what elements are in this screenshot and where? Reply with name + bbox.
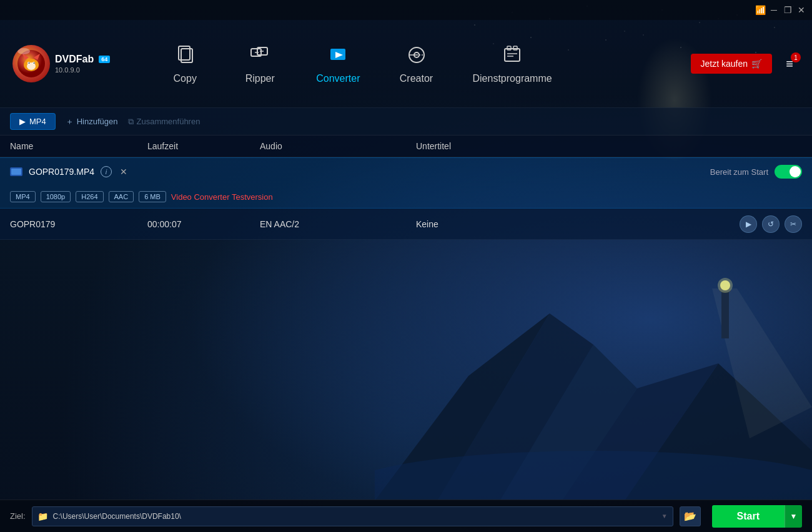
play-button[interactable]: ▶ <box>740 215 757 233</box>
start-label: Start <box>737 511 760 521</box>
track-name: GOPR0179 <box>10 219 147 229</box>
col-header-name: Name <box>10 141 147 151</box>
tag-1080p: 1080p <box>41 191 71 202</box>
col-header-audio: Audio <box>260 141 416 151</box>
file-header-right: Bereit zum Start <box>710 165 802 179</box>
nav-label-converter: Converter <box>316 73 360 84</box>
nav-label-copy: Copy <box>174 73 197 84</box>
header-right: Jetzt kaufen 🛒 ≡ 1 <box>691 54 800 74</box>
enable-toggle[interactable] <box>775 165 802 179</box>
merge-label: Zusammenführen <box>137 117 201 126</box>
nav-item-converter[interactable]: Converter <box>297 37 379 91</box>
browse-folder-icon: 📂 <box>684 510 696 522</box>
header: DVDFab 64 10.0.9.0 Copy <box>0 20 812 107</box>
nav-label-dienstprogramme: Dienstprogramme <box>473 73 552 84</box>
app-badge: 64 <box>99 56 110 63</box>
add-label: Hinzufügen <box>77 117 118 126</box>
track-audio: EN AAC/2 <box>260 219 416 229</box>
plus-icon: ＋ <box>66 116 74 127</box>
loop-button[interactable]: ↺ <box>762 215 780 233</box>
main-nav: Copy Ripper Converter <box>147 37 690 91</box>
notification-badge: 1 <box>791 52 801 62</box>
col-header-duration: Laufzeit <box>147 141 260 151</box>
browse-button[interactable]: 📂 <box>680 506 701 526</box>
start-button[interactable]: Start <box>712 505 785 528</box>
dienstprogramme-icon <box>501 44 523 69</box>
app-name: DVDFab <box>55 54 94 65</box>
start-chevron-icon: ▼ <box>790 512 798 521</box>
restore-button[interactable]: ❐ <box>782 4 793 16</box>
info-icon[interactable]: i <box>101 166 112 177</box>
file-name: GOPR0179.MP4 <box>29 167 94 177</box>
cart-icon: 🛒 <box>751 59 762 69</box>
app-version: 10.0.9.0 <box>55 66 110 74</box>
track-duration: 00:00:07 <box>147 219 260 229</box>
file-header-row: GOPR0179.MP4 i ✕ Bereit zum Start <box>0 158 812 185</box>
format-button[interactable]: ▶ MP4 <box>10 113 56 130</box>
svg-rect-7 <box>721 288 729 338</box>
ready-status: Bereit zum Start <box>710 167 768 177</box>
close-button[interactable]: ✕ <box>796 4 807 16</box>
titlebar: 📶 ─ ❐ ✕ <box>0 0 812 20</box>
path-folder-icon: 📁 <box>37 511 48 521</box>
tag-mp4: MP4 <box>10 191 36 202</box>
logo-icon <box>12 45 50 82</box>
action-buttons: ▶ ↺ ✂ <box>740 215 802 233</box>
nav-label-creator: Creator <box>400 73 433 84</box>
start-dropdown-button[interactable]: ▼ <box>785 505 802 528</box>
path-input-wrap: 📁 ▼ <box>32 506 673 526</box>
svg-point-19 <box>34 62 35 64</box>
table-row: GOPR0179 00:00:07 EN AAC/2 Keine ▶ ↺ ✂ <box>0 209 812 240</box>
nav-item-dienstprogramme[interactable]: Dienstprogramme <box>454 37 571 91</box>
wifi-icon: 📶 <box>755 4 766 16</box>
track-subtitle: Keine <box>416 219 591 229</box>
minimize-button[interactable]: ─ <box>768 4 780 16</box>
svg-rect-28 <box>505 49 520 61</box>
svg-point-18 <box>29 62 30 64</box>
tag-h264: H264 <box>76 191 103 202</box>
creator-icon <box>405 44 428 69</box>
file-type-icon <box>10 167 22 176</box>
ziel-label: Ziel: <box>10 511 26 521</box>
svg-point-10 <box>718 278 733 293</box>
col-header-subtitle: Untertitel <box>416 141 591 151</box>
play-circle-icon: ▶ <box>19 117 26 126</box>
buy-button[interactable]: Jetzt kaufen 🛒 <box>691 54 773 74</box>
path-input[interactable] <box>53 512 656 521</box>
file-close-button[interactable]: ✕ <box>118 166 129 177</box>
settings-edit-button[interactable]: ✂ <box>785 215 802 233</box>
buy-button-label: Jetzt kaufen <box>701 59 748 69</box>
nav-item-copy[interactable]: Copy <box>147 37 222 91</box>
nav-item-ripper[interactable]: Ripper <box>222 37 297 91</box>
toggle-thumb <box>790 166 801 177</box>
toolbar: ▶ MP4 ＋ Hinzufügen ⧉ Zusammenführen <box>0 107 812 135</box>
tag-6mb: 6 MB <box>139 191 166 202</box>
nav-item-creator[interactable]: Creator <box>379 37 454 91</box>
notification-button[interactable]: ≡ 1 <box>780 54 800 74</box>
bottom-bar: Ziel: 📁 ▼ 📂 Start ▼ <box>0 500 812 532</box>
dropdown-arrow-icon: ▼ <box>661 513 668 520</box>
tag-aac: AAC <box>109 191 134 202</box>
table-header: Name Laufzeit Audio Untertitel <box>0 135 812 157</box>
logo-area: DVDFab 64 10.0.9.0 <box>12 45 110 82</box>
converter-icon <box>327 44 349 69</box>
copy-icon <box>174 44 196 69</box>
tags-row: MP4 1080p H264 AAC 6 MB Video Converter … <box>0 185 812 208</box>
merge-icon: ⧉ <box>128 117 134 127</box>
merge-button[interactable]: ⧉ Zusammenführen <box>128 117 201 127</box>
nav-label-ripper: Ripper <box>245 73 275 84</box>
trial-text: Video Converter Testversion <box>171 192 273 202</box>
file-section: GOPR0179.MP4 i ✕ Bereit zum Start MP4 10… <box>0 157 812 209</box>
start-button-wrap: Start ▼ <box>712 505 802 528</box>
ripper-icon <box>249 44 271 69</box>
format-label: MP4 <box>29 117 46 126</box>
add-button[interactable]: ＋ Hinzufügen <box>66 116 118 127</box>
